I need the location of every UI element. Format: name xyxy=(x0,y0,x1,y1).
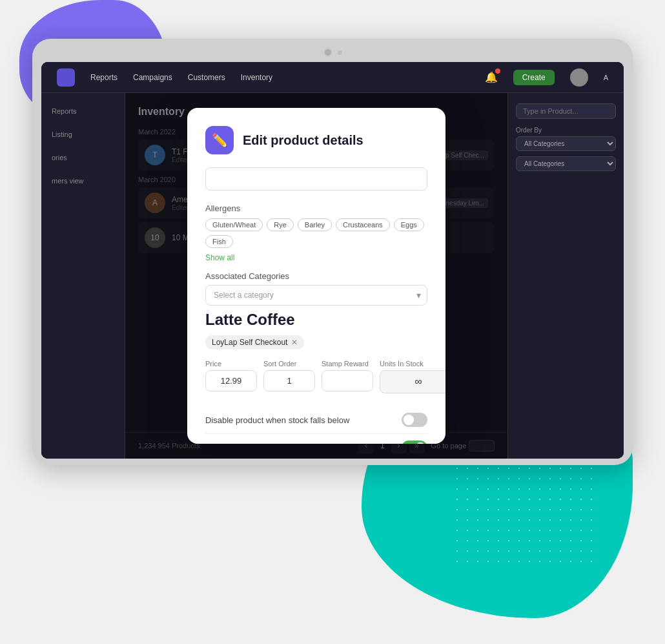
laptop-camera-bar xyxy=(41,48,624,57)
edit-product-modal: ✏️ Edit product details Allergens Gluten… xyxy=(187,108,445,444)
sidebar-item-categories[interactable]: ories xyxy=(46,150,119,165)
stamp-reward-input[interactable] xyxy=(322,370,373,391)
category-select-wrapper: Select a category ▾ xyxy=(205,285,427,306)
order-by-label: Order By xyxy=(516,127,616,134)
units-in-stock-label: Units In Stock xyxy=(380,360,445,368)
nav-logo xyxy=(57,68,75,87)
toggle-label-always-available: Always available xyxy=(205,443,267,444)
sidebar-item-mers-view[interactable]: mers view xyxy=(46,173,119,189)
sidebar-item-listing[interactable]: Listing xyxy=(46,127,119,142)
laptop-dot xyxy=(338,50,342,55)
allergens-label: Allergens xyxy=(205,203,427,213)
tag-chip-remove-button[interactable]: ✕ xyxy=(291,338,298,347)
tag-chip-label: LoyLap Self Checkout xyxy=(212,338,287,347)
allergen-chip-barley[interactable]: Barley xyxy=(298,218,332,231)
notification-badge xyxy=(495,68,500,74)
toggle-row-disable-stock: Disable product when stock falls below xyxy=(205,406,427,434)
content-area: Reports Listing ories mers view Inventor… xyxy=(41,93,624,459)
laptop-camera xyxy=(323,48,332,57)
order-by-select[interactable]: All Categories xyxy=(516,136,616,151)
modal-header: ✏️ Edit product details xyxy=(205,126,427,154)
top-nav: Reports Campaigns Customers Inventory 🔔 … xyxy=(41,62,624,93)
associated-categories-label: Associated Categories xyxy=(205,271,427,281)
categories-filter-select[interactable]: All Categories xyxy=(516,156,616,171)
allergen-chip-eggs[interactable]: Eggs xyxy=(394,218,424,231)
tag-chip: LoyLap Self Checkout ✕ xyxy=(205,335,304,349)
laptop-frame: Reports Campaigns Customers Inventory 🔔 … xyxy=(32,39,633,465)
nav-item-customers[interactable]: Customers xyxy=(188,73,225,82)
dot-pattern-decoration xyxy=(452,463,594,566)
toggle-always-available[interactable] xyxy=(402,441,427,444)
nav-item-inventory[interactable]: Inventory xyxy=(241,73,272,82)
toggle-knob xyxy=(404,415,414,425)
notification-bell-icon[interactable]: 🔔 xyxy=(485,71,498,83)
show-all-link[interactable]: Show all xyxy=(205,253,427,262)
laptop-screen: Reports Campaigns Customers Inventory 🔔 … xyxy=(41,62,624,459)
stamp-reward-label: Stamp Reward xyxy=(322,360,373,368)
toggle-knob xyxy=(415,442,425,444)
sort-order-label: Sort Order xyxy=(263,360,315,368)
sidebar-item-reports[interactable]: Reports xyxy=(46,103,119,119)
sort-order-input[interactable] xyxy=(263,370,315,391)
search-input[interactable] xyxy=(516,103,616,119)
app-background: Reports Campaigns Customers Inventory 🔔 … xyxy=(41,62,624,459)
toggle-disable-stock[interactable] xyxy=(402,413,427,427)
category-select[interactable]: Select a category xyxy=(205,285,427,306)
price-fields: Price Sort Order Stamp Reward xyxy=(205,360,427,393)
filter-section: All Categories xyxy=(516,156,616,171)
stamp-reward-field-group: Stamp Reward xyxy=(322,360,373,393)
units-in-stock-field-group: Units In Stock xyxy=(380,360,445,393)
toggle-row-always-available: Always available xyxy=(205,434,427,444)
nav-item-campaigns[interactable]: Campaigns xyxy=(133,73,172,82)
description-textarea[interactable] xyxy=(205,167,427,191)
create-button[interactable]: Create xyxy=(513,70,555,85)
sidebar: Reports Listing ories mers view xyxy=(41,93,125,459)
allergen-chip-fish[interactable]: Fish xyxy=(205,235,233,248)
sort-order-field-group: Sort Order xyxy=(263,360,315,393)
allergen-chip-rye[interactable]: Rye xyxy=(267,218,294,231)
product-name-display: Latte Coffee xyxy=(205,311,427,329)
right-panel: Order By All Categories All Categories xyxy=(507,93,624,459)
user-avatar[interactable] xyxy=(570,68,588,87)
allergen-chip-crustaceans[interactable]: Crustaceans xyxy=(336,218,390,231)
modal-overlay: ✏️ Edit product details Allergens Gluten… xyxy=(125,93,507,459)
price-input[interactable] xyxy=(205,370,257,391)
units-in-stock-input[interactable] xyxy=(380,370,445,393)
toggle-label-disable-stock: Disable product when stock falls below xyxy=(205,415,349,425)
modal-title: Edit product details xyxy=(243,133,363,148)
modal-icon: ✏️ xyxy=(205,126,234,154)
nav-item-reports[interactable]: Reports xyxy=(90,73,118,82)
allergen-chip-gluten[interactable]: Gluten/Wheat xyxy=(205,218,263,231)
price-field-group: Price xyxy=(205,360,257,393)
allergen-chips: Gluten/Wheat Rye Barley Crustaceans Eggs… xyxy=(205,218,427,248)
price-label: Price xyxy=(205,360,257,368)
nav-user-label: A xyxy=(604,74,608,81)
main-content: Inventory March 2022 T T1 Fast Track Edi… xyxy=(125,93,507,459)
